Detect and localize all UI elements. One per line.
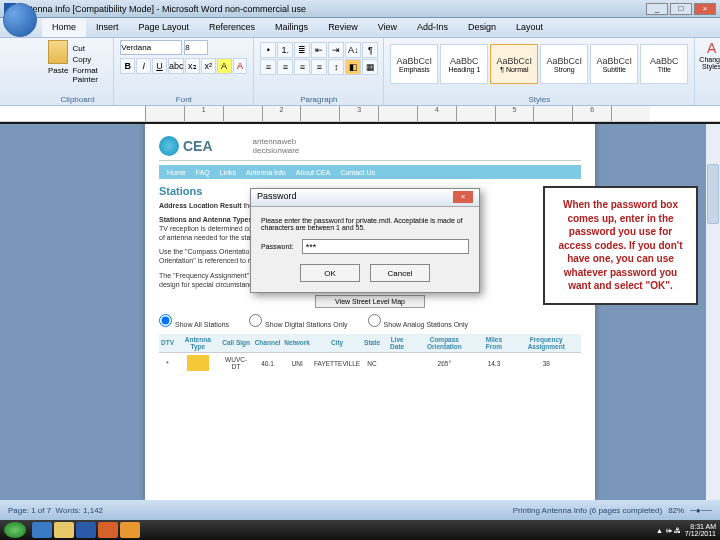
tab-home[interactable]: Home xyxy=(42,18,86,37)
start-button[interactable] xyxy=(4,522,26,538)
word-count[interactable]: Words: 1,142 xyxy=(56,506,103,515)
style-heading[interactable]: AaBbCHeading 1 xyxy=(440,44,488,84)
instruction-callout: When the password box comes up, enter in… xyxy=(543,186,698,305)
line-spacing-button[interactable]: ↕ xyxy=(328,59,344,75)
print-status: Printing Antenna Info (6 pages completed… xyxy=(513,506,662,515)
dialog-close-button[interactable]: × xyxy=(453,191,473,203)
app-name: Microsoft Word non-commercial use xyxy=(162,4,306,14)
systray-time[interactable]: 8:31 AM xyxy=(685,523,716,530)
font-color-button[interactable]: A xyxy=(233,58,248,74)
italic-button[interactable]: I xyxy=(136,58,151,74)
scrollbar-thumb[interactable] xyxy=(707,164,719,224)
tab-mailings[interactable]: Mailings xyxy=(265,18,318,37)
ok-button[interactable]: OK xyxy=(300,264,360,282)
dialog-titlebar[interactable]: Password × xyxy=(251,189,479,207)
tab-view[interactable]: View xyxy=(368,18,407,37)
close-button[interactable]: × xyxy=(694,3,716,15)
radio-analog[interactable]: Show Analog Stations Only xyxy=(368,314,468,328)
tab-insert[interactable]: Insert xyxy=(86,18,129,37)
cea-logo-icon xyxy=(159,136,179,156)
align-right-button[interactable]: ≡ xyxy=(294,59,310,75)
taskbar-media-icon[interactable] xyxy=(120,522,140,538)
systray-icons[interactable]: ▲ 🕪 🖧 xyxy=(656,527,681,534)
password-dialog: Password × Please enter the password for… xyxy=(250,188,480,293)
stations-table: DTVAntenna TypeCall SignChannelNetworkCi… xyxy=(159,334,581,374)
view-map-button[interactable]: View Street Level Map xyxy=(315,295,425,308)
style-title[interactable]: AaBbCTitle xyxy=(640,44,688,84)
minimize-button[interactable]: _ xyxy=(646,3,668,15)
status-bar: Page: 1 of 7 Words: 1,142 Printing Anten… xyxy=(0,500,720,520)
numbering-button[interactable]: 1. xyxy=(277,42,293,58)
radio-digital[interactable]: Show Digital Stations Only xyxy=(249,314,347,328)
group-font: B I U abc x₂ x² A A Font xyxy=(114,38,254,105)
maximize-button[interactable]: □ xyxy=(670,3,692,15)
office-button[interactable] xyxy=(3,3,37,37)
tab-pagelayout[interactable]: Page Layout xyxy=(129,18,200,37)
document-page: CEA antennawebdecisionware HomeFAQLinksA… xyxy=(145,124,595,500)
strike-button[interactable]: abc xyxy=(168,58,184,74)
tab-addins[interactable]: Add-Ins xyxy=(407,18,458,37)
indent-inc-button[interactable]: ⇥ xyxy=(328,42,344,58)
style-emphasis[interactable]: AaBbCcIEmphasis xyxy=(390,44,438,84)
group-clipboard: Paste Cut Copy Format Painter Clipboard xyxy=(42,38,114,105)
tab-references[interactable]: References xyxy=(199,18,265,37)
font-name-select[interactable] xyxy=(120,40,182,55)
tab-design[interactable]: Design xyxy=(458,18,506,37)
shading-button[interactable]: ◧ xyxy=(345,59,361,75)
copy-button[interactable]: Copy xyxy=(72,55,107,64)
underline-button[interactable]: U xyxy=(152,58,167,74)
align-left-button[interactable]: ≡ xyxy=(260,59,276,75)
font-size-select[interactable] xyxy=(184,40,208,55)
style-normal[interactable]: AaBbCcI¶ Normal xyxy=(490,44,538,84)
change-styles-button[interactable]: A Change Styles xyxy=(699,40,720,84)
paste-icon xyxy=(48,40,68,64)
bold-button[interactable]: B xyxy=(120,58,135,74)
ribbon: Paste Cut Copy Format Painter Clipboard … xyxy=(0,38,720,106)
systray-date[interactable]: 7/12/2011 xyxy=(685,530,716,537)
antennaweb-logo: antennawebdecisionware xyxy=(253,137,300,155)
group-styles: AaBbCcIEmphasisAaBbCHeading 1AaBbCcI¶ No… xyxy=(384,38,695,105)
cea-text: CEA xyxy=(183,138,213,154)
station-filter-radios: Show All Stations Show Digital Stations … xyxy=(159,314,581,328)
paste-button[interactable]: Paste xyxy=(48,40,68,88)
window-titlebar: Antenna Info [Compatibility Mode] - Micr… xyxy=(0,0,720,18)
justify-button[interactable]: ≡ xyxy=(311,59,327,75)
style-subtitle[interactable]: AaBbCcISubtitle xyxy=(590,44,638,84)
dialog-title: Password xyxy=(257,191,297,204)
multilevel-button[interactable]: ≣ xyxy=(294,42,310,58)
style-strong[interactable]: AaBbCcIStrong xyxy=(540,44,588,84)
bullets-button[interactable]: • xyxy=(260,42,276,58)
page-count[interactable]: Page: 1 of 7 xyxy=(8,506,51,515)
indent-dec-button[interactable]: ⇤ xyxy=(311,42,327,58)
password-input[interactable] xyxy=(302,239,469,254)
zoom-level[interactable]: 82% xyxy=(668,506,684,515)
highlight-button[interactable]: A xyxy=(217,58,232,74)
horizontal-ruler[interactable]: 123456 xyxy=(0,106,720,122)
cancel-button[interactable]: Cancel xyxy=(370,264,430,282)
tab-layout[interactable]: Layout xyxy=(506,18,553,37)
taskbar-folder-icon[interactable] xyxy=(54,522,74,538)
doc-navbar: HomeFAQLinksAntenna InfoAbout CEAContact… xyxy=(159,165,581,179)
vertical-scrollbar[interactable] xyxy=(706,124,720,500)
tab-review[interactable]: Review xyxy=(318,18,368,37)
document-area: CEA antennawebdecisionware HomeFAQLinksA… xyxy=(0,124,720,500)
compat-mode: [Compatibility Mode] xyxy=(73,4,155,14)
password-label: Password: xyxy=(261,243,294,250)
align-center-button[interactable]: ≡ xyxy=(277,59,293,75)
radio-all[interactable]: Show All Stations xyxy=(159,314,229,328)
superscript-button[interactable]: x² xyxy=(201,58,216,74)
zoom-slider[interactable]: ─●── xyxy=(690,506,712,515)
ribbon-tabs: Home Insert Page Layout References Maili… xyxy=(0,18,720,38)
sort-button[interactable]: A↓ xyxy=(345,42,361,58)
taskbar-ppt-icon[interactable] xyxy=(98,522,118,538)
table-row: *WUVC-DT40.1UNIFAYETTEVILLENC265°14.338 xyxy=(159,352,581,374)
subscript-button[interactable]: x₂ xyxy=(185,58,200,74)
format-painter-button[interactable]: Format Painter xyxy=(72,66,107,84)
show-marks-button[interactable]: ¶ xyxy=(362,42,378,58)
cut-button[interactable]: Cut xyxy=(72,44,107,53)
taskbar-ie-icon[interactable] xyxy=(32,522,52,538)
taskbar-word-icon[interactable] xyxy=(76,522,96,538)
group-paragraph: • 1. ≣ ⇤ ⇥ A↓ ¶ ≡ ≡ ≡ ≡ ↕ ◧ ▦ Paragraph xyxy=(254,38,384,105)
borders-button[interactable]: ▦ xyxy=(362,59,378,75)
windows-taskbar: ▲ 🕪 🖧 8:31 AM 7/12/2011 xyxy=(0,520,720,540)
